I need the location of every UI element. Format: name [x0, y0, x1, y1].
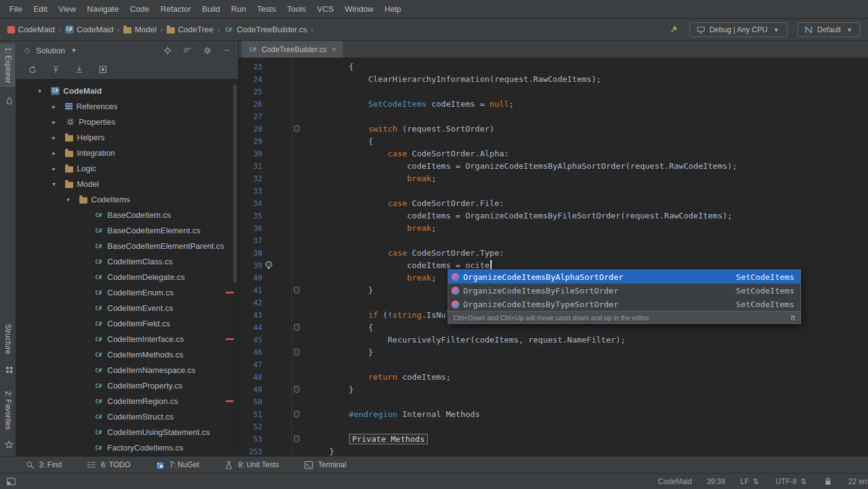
locate-icon[interactable] — [162, 45, 172, 55]
chevron-down-icon[interactable]: ▾ — [63, 196, 73, 203]
menu-run[interactable]: Run — [226, 4, 252, 14]
chevron-right-icon[interactable]: ▸ — [49, 103, 59, 110]
line-separator-widget[interactable]: LF ⇅ — [740, 477, 761, 487]
toolwindow-button-terminal[interactable]: Terminal — [304, 460, 346, 470]
editor-content[interactable]: 23 {24 ClearHierarchyInformation(request… — [239, 61, 868, 456]
sync-icon[interactable] — [27, 65, 37, 74]
tab-codetreebuilder[interactable]: C# CodeTreeBuilder.cs × — [242, 41, 343, 58]
tree-item-codeitemusingstatement-cs[interactable]: C#CodeItemUsingStatement.cs — [16, 424, 238, 440]
breadcrumb-item-4[interactable]: C#CodeTreeBuilder.cs — [224, 25, 308, 35]
code-text[interactable]: case CodeSortOrder.File: — [310, 197, 504, 210]
code-text[interactable]: Private Methods — [310, 433, 428, 446]
code-text[interactable]: case CodeSortOrder.Alpha: — [310, 148, 509, 160]
fold-region-icon[interactable] — [294, 436, 299, 442]
show-members-icon[interactable] — [98, 65, 108, 74]
code-text[interactable]: #endregion Internal Methods — [310, 408, 480, 421]
code-text[interactable]: RecursivelyFilter(codeItems, request.Nam… — [310, 334, 626, 346]
code-text[interactable]: switch (request.SortOrder) — [310, 123, 494, 135]
toolwindow-button-structure[interactable]: Structure — [0, 320, 16, 358]
chevron-right-icon[interactable]: ▸ — [49, 134, 59, 141]
star-icon[interactable] — [4, 439, 14, 449]
tree-item-codeitemstruct-cs[interactable]: C#CodeItemStruct.cs — [16, 409, 238, 424]
tree-item-codeiteminterface-cs[interactable]: C#CodeItemInterface.cs — [16, 331, 238, 347]
toolwindow-button-find[interactable]: 3: Find — [25, 460, 62, 470]
breadcrumb-item-2[interactable]: Model — [123, 25, 156, 34]
fold-region-icon[interactable] — [294, 349, 299, 356]
toolwindow-button-unit-tests[interactable]: 8: Unit Tests — [224, 460, 279, 470]
tree-item-references[interactable]: ▸References — [16, 99, 238, 114]
code-text[interactable]: case CodeSortOrder.Type: — [310, 247, 504, 259]
tree-item-basecodeitemelementparent-cs[interactable]: C#BaseCodeItemElementParent.cs — [16, 238, 238, 254]
chevron-right-icon[interactable]: ▸ — [49, 165, 59, 172]
menu-window[interactable]: Window — [339, 4, 379, 14]
gear-icon[interactable] — [202, 45, 212, 55]
tree-item-codeitemenum-cs[interactable]: C#CodeItemEnum.cs — [16, 285, 238, 300]
code-text[interactable]: break; — [310, 222, 436, 235]
expand-all-icon[interactable] — [74, 65, 84, 74]
tab-close-icon[interactable]: × — [332, 45, 337, 54]
breadcrumb-item-1[interactable]: C#CodeMaid — [65, 25, 113, 34]
code-text[interactable]: } — [310, 384, 353, 396]
toolwindow-button-explorer[interactable]: 1: Explorer — [0, 43, 16, 87]
build-hammer-icon[interactable] — [670, 25, 680, 35]
tree-item-basecodeitem-cs[interactable]: C#BaseCodeItem.cs — [16, 207, 238, 223]
toolwindow-button-favorites[interactable]: 2: Favorites — [0, 387, 16, 434]
caret-position[interactable]: 39:38 — [707, 477, 725, 486]
menu-view[interactable]: View — [53, 4, 81, 14]
tree-item-integration[interactable]: ▸Integration — [16, 145, 238, 161]
encoding-widget[interactable]: UTF-8 ⇅ — [776, 477, 808, 487]
lock-icon[interactable] — [823, 477, 833, 487]
menu-refactor[interactable]: Refactor — [155, 4, 197, 14]
menu-code[interactable]: Code — [125, 4, 155, 14]
tree-item-codeitemmethods-cs[interactable]: C#CodeItemMethods.cs — [16, 347, 238, 362]
toolwindow-button-todo[interactable]: 6: TODO — [87, 460, 131, 470]
completion-item-1[interactable]: OrganizeCodeItemsByFileSortOrderSetCodeI… — [448, 284, 800, 297]
chevron-down-icon[interactable]: ▾ — [35, 87, 45, 94]
chevron-right-icon[interactable]: ▸ — [49, 119, 59, 125]
breadcrumb-item-3[interactable]: CodeTree — [167, 25, 213, 34]
menu-vcs[interactable]: VCS — [311, 4, 339, 14]
menu-tools[interactable]: Tools — [281, 4, 311, 14]
tree-item-logic[interactable]: ▸Logic — [16, 161, 238, 176]
fold-region-icon[interactable] — [294, 125, 299, 132]
fold-region-icon[interactable] — [294, 386, 299, 393]
hide-icon[interactable] — [222, 45, 232, 55]
tree-item-codeitemregion-cs[interactable]: C#CodeItemRegion.cs — [16, 393, 238, 409]
code-text[interactable]: if (!string.IsNul — [310, 309, 451, 321]
settings-profile-selector[interactable]: Default ▾ — [797, 22, 861, 37]
tree-item-factorycodeitems-cs[interactable]: C#FactoryCodeItems.cs — [16, 440, 238, 455]
tree-item-codeitemclass-cs[interactable]: C#CodeItemClass.cs — [16, 254, 238, 269]
code-text[interactable]: { — [310, 61, 353, 73]
tree-item-codeitemevent-cs[interactable]: C#CodeItemEvent.cs — [16, 300, 238, 316]
tree-item-codeitemnamespace-cs[interactable]: C#CodeItemNamespace.cs — [16, 362, 238, 378]
code-text[interactable]: codeItems = OrganizeCodeItemsByAlphaSort… — [310, 160, 737, 173]
fold-region-icon[interactable] — [294, 287, 299, 294]
tree-item-codeitemfield-cs[interactable]: C#CodeItemField.cs — [16, 316, 238, 331]
panel-title[interactable]: Solution — [36, 46, 65, 55]
completion-item-0[interactable]: OrganizeCodeItemsByAlphaSortOrderSetCode… — [448, 270, 800, 284]
code-text[interactable]: return codeItems; — [310, 371, 451, 384]
code-text[interactable]: { — [310, 135, 373, 148]
collapse-all-icon[interactable] — [51, 65, 61, 74]
code-text[interactable]: } — [310, 346, 373, 359]
tree-item-model[interactable]: ▾Model — [16, 176, 238, 192]
menu-tests[interactable]: Tests — [252, 4, 281, 14]
menu-build[interactable]: Build — [197, 4, 226, 14]
tree-item-helpers[interactable]: ▸Helpers — [16, 130, 238, 145]
editor-pane[interactable]: 23 {24 ClearHierarchyInformation(request… — [239, 58, 868, 456]
menu-navigate[interactable]: Navigate — [81, 4, 124, 14]
fold-region-icon[interactable] — [294, 324, 299, 331]
chevron-right-icon[interactable]: ▸ — [49, 150, 59, 156]
menu-help[interactable]: Help — [379, 4, 407, 14]
code-text[interactable]: codeItems = OrganizeCodeItemsByFileSortO… — [310, 210, 732, 222]
toolwindow-switcher-icon[interactable] — [6, 477, 16, 487]
code-text[interactable]: break; — [310, 272, 436, 284]
toolwindow-button-nuget[interactable]: 7: NuGet — [155, 460, 199, 470]
code-text[interactable]: } — [310, 446, 334, 456]
completion-item-2[interactable]: OrganizeCodeItemsByTypeSortOrderSetCodeI… — [448, 297, 800, 311]
tree-item-properties[interactable]: ▸Properties — [16, 114, 238, 130]
filter-icon[interactable] — [182, 45, 192, 55]
tree-item-codeitems[interactable]: ▾CodeItems — [16, 192, 238, 207]
fold-region-icon[interactable] — [294, 411, 299, 418]
code-text[interactable]: break; — [310, 173, 436, 185]
